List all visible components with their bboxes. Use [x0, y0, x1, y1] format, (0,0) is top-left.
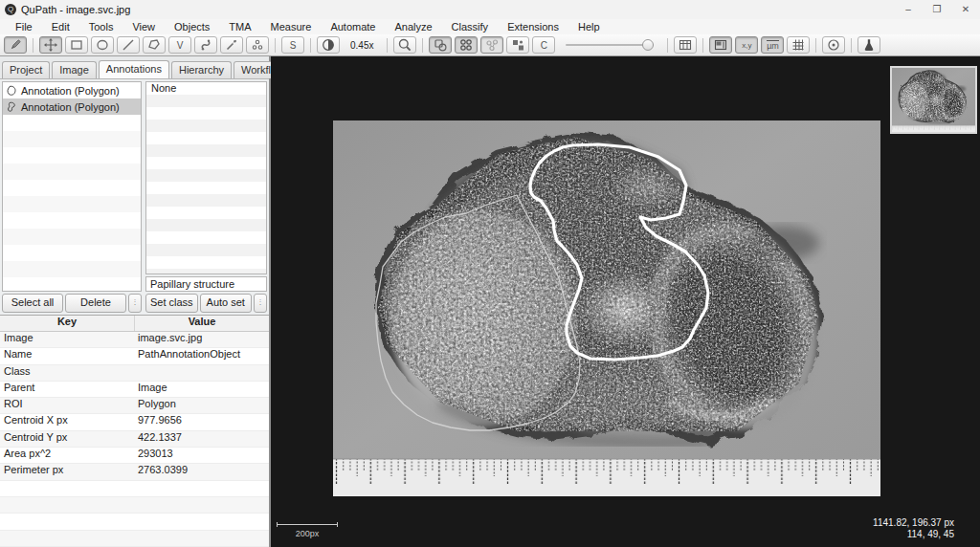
location-label: x,y — [742, 41, 751, 50]
menu-objects[interactable]: Objects — [165, 21, 219, 33]
menu-edit[interactable]: Edit — [42, 21, 79, 33]
selection-mode-label: S — [290, 40, 297, 51]
pen-icon — [8, 37, 23, 53]
table-row[interactable]: Imageimage.svc.jpg — [0, 332, 269, 348]
table-row[interactable]: Class — [0, 365, 269, 382]
tab-hierarchy[interactable]: Hierarchy — [171, 61, 232, 78]
show-grid-button[interactable] — [787, 36, 810, 54]
tma-grid-icon — [458, 37, 474, 53]
show-scalebar-button[interactable]: µm — [761, 36, 784, 54]
flask-icon — [861, 37, 877, 53]
menu-tma[interactable]: TMA — [219, 21, 260, 33]
magnification-label: 0.45x — [343, 40, 381, 51]
select-all-button[interactable]: Select all — [2, 294, 63, 313]
annotation-lists: Annotation (Polygon) Annotation (Polygon… — [0, 79, 269, 315]
qupath-window: Q QuPath - image.svc.jpg – ❐ ✕ File Edit… — [0, 0, 980, 547]
counting-tool-button[interactable] — [822, 36, 845, 54]
menu-help[interactable]: Help — [568, 21, 610, 33]
auto-set-button[interactable]: Auto set — [200, 294, 253, 313]
wand-tool-button[interactable] — [220, 36, 243, 54]
cursor-position: 1141.82, 196.37 px — [873, 517, 954, 529]
class-name-field[interactable]: Papillary structure — [145, 276, 267, 292]
table-row[interactable]: Centroid X px977.9656 — [0, 414, 269, 430]
classification-label: C — [541, 40, 547, 51]
class-list[interactable]: None — [145, 81, 267, 274]
brush-tool-button[interactable] — [194, 36, 217, 54]
measurement-table-button[interactable] — [674, 36, 697, 54]
table-icon — [678, 37, 693, 53]
class-more-button[interactable]: ⋮ — [254, 294, 267, 313]
annotation-list-item[interactable]: Annotation (Polygon) — [3, 82, 141, 98]
opacity-slider[interactable] — [566, 36, 654, 54]
tab-project[interactable]: Project — [2, 61, 50, 78]
line-tool-button[interactable] — [117, 36, 140, 54]
menu-measure[interactable]: Measure — [261, 21, 322, 33]
table-row[interactable]: ParentImage — [0, 382, 269, 398]
fill-detections-button[interactable] — [506, 36, 529, 54]
table-row[interactable]: NamePathAnnotationObject — [0, 348, 269, 364]
menu-analyze[interactable]: Analyze — [385, 21, 441, 33]
annotation-more-button[interactable]: ⋮ — [128, 294, 142, 313]
tab-annotations[interactable]: Annotations — [99, 60, 169, 78]
analysis-flask-button[interactable] — [858, 36, 880, 54]
class-buttons: Set class Auto set ⋮ — [145, 292, 267, 313]
menu-extensions[interactable]: Extensions — [498, 21, 568, 33]
menu-classify[interactable]: Classify — [442, 21, 499, 33]
maximize-button[interactable]: ❐ — [923, 0, 951, 19]
annotation-list-item-selected[interactable]: Annotation (Polygon) — [3, 98, 141, 115]
delete-button[interactable]: Delete — [65, 294, 126, 313]
pen-tool-button[interactable] — [4, 36, 27, 54]
polygon-tool-button[interactable] — [143, 36, 166, 54]
brightness-contrast-button[interactable] — [317, 36, 340, 54]
grid-icon — [791, 37, 806, 53]
show-overview-button[interactable] — [709, 36, 732, 54]
show-tma-grid-button[interactable] — [455, 36, 478, 54]
ellipse-tool-button[interactable] — [91, 36, 114, 54]
scale-bar-line — [277, 522, 338, 527]
show-annotations-button[interactable] — [429, 36, 452, 54]
table-row[interactable]: Area px^2293013 — [0, 448, 269, 464]
specimen-photo[interactable] — [333, 120, 880, 496]
show-detections-button[interactable] — [480, 36, 503, 54]
menu-tools[interactable]: Tools — [79, 21, 123, 33]
show-classification-button[interactable]: C — [532, 36, 555, 54]
set-class-button[interactable]: Set class — [145, 294, 198, 313]
points-icon — [250, 37, 265, 53]
selection-mode-button[interactable]: S — [281, 36, 304, 54]
opacity-slider-track — [566, 44, 654, 46]
polyline-tool-button[interactable]: V — [168, 36, 191, 54]
rectangle-icon — [69, 37, 84, 53]
pixel-value: 114, 49, 45 — [873, 529, 954, 540]
polygon-annotation-icon — [6, 85, 17, 97]
table-row[interactable]: ROIPolygon — [0, 398, 269, 414]
main-area: Project Image Annotations Hierarchy Work… — [0, 56, 980, 547]
fill-detections-icon — [510, 37, 525, 53]
rectangle-tool-button[interactable] — [65, 36, 88, 54]
cursor-readout: 1141.82, 196.37 px 114, 49, 45 — [873, 517, 954, 540]
close-button[interactable]: ✕ — [951, 0, 980, 19]
menu-file[interactable]: File — [6, 21, 42, 33]
points-tool-button[interactable] — [246, 36, 269, 54]
polyline-label: V — [177, 40, 184, 51]
polygon-icon — [146, 37, 162, 53]
move-tool-button[interactable] — [39, 36, 62, 54]
line-icon — [121, 37, 136, 53]
minimize-button[interactable]: – — [894, 0, 923, 19]
zoom-to-fit-button[interactable] — [393, 36, 416, 54]
class-list-item[interactable]: None — [146, 82, 266, 95]
image-viewer[interactable]: 200px 1141.82, 196.37 px 114, 49, 45 — [271, 56, 980, 547]
overview-thumbnail[interactable] — [890, 66, 977, 134]
measurements-table: Key Value Imageimage.svc.jpg NamePathAnn… — [0, 315, 269, 547]
table-row[interactable]: Perimeter px2763.0399 — [0, 464, 269, 480]
panel-tabs: Project Image Annotations Hierarchy Work… — [0, 56, 269, 79]
target-icon — [826, 37, 841, 53]
opacity-slider-thumb[interactable] — [642, 39, 654, 51]
scalebar-toggle-label: µm — [767, 40, 779, 51]
menu-view[interactable]: View — [122, 21, 165, 33]
annotation-list[interactable]: Annotation (Polygon) Annotation (Polygon… — [2, 81, 142, 292]
show-location-button[interactable]: x,y — [735, 36, 758, 54]
tab-image[interactable]: Image — [52, 61, 97, 78]
table-row[interactable]: Centroid Y px422.1337 — [0, 431, 269, 448]
magnifier-icon — [397, 37, 412, 53]
menu-automate[interactable]: Automate — [321, 21, 385, 33]
